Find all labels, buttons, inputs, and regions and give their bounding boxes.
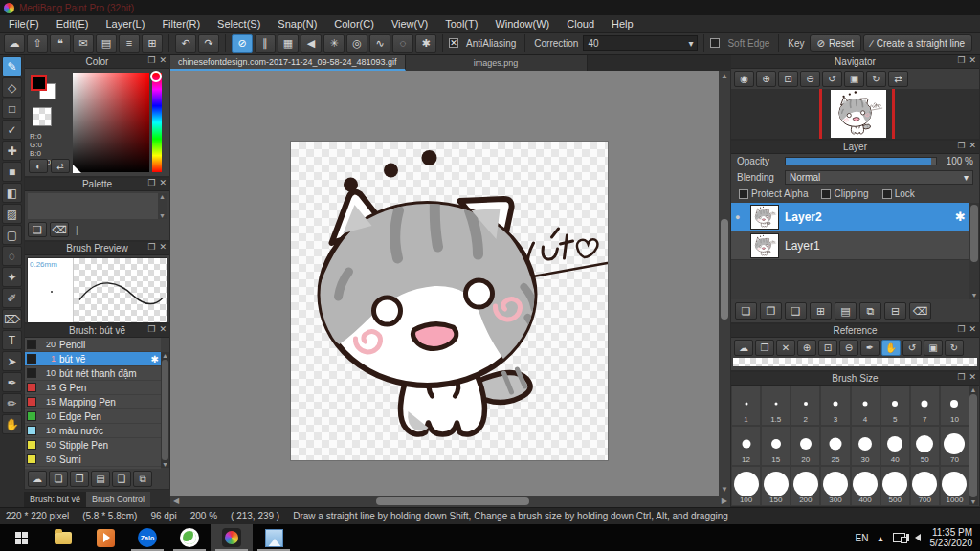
- brush-size-500[interactable]: 500: [880, 466, 910, 506]
- medibang-button[interactable]: [211, 524, 253, 551]
- soft-edge-checkbox[interactable]: [710, 38, 720, 48]
- file-explorer-button[interactable]: [42, 524, 84, 551]
- opacity-slider[interactable]: [785, 157, 937, 165]
- menu-help[interactable]: Help: [603, 18, 642, 30]
- zalo-button[interactable]: Zalo: [126, 524, 168, 551]
- close-icon[interactable]: ✕: [159, 242, 167, 252]
- reset-button[interactable]: ⊘ Reset: [810, 34, 862, 52]
- close-icon[interactable]: ✕: [159, 324, 167, 334]
- layer-duplicate-icon[interactable]: ⧉: [859, 302, 881, 320]
- vscroll-thumb[interactable]: [721, 219, 728, 320]
- grid-window-icon[interactable]: ⊞: [142, 34, 163, 53]
- checkbox-protect-alpha[interactable]: Protect Alpha: [739, 188, 808, 199]
- menu-snap-n[interactable]: Snap(N): [269, 18, 325, 30]
- select-eraser-tool[interactable]: ⌦: [2, 309, 22, 329]
- close-icon[interactable]: ✕: [159, 178, 167, 187]
- nav-zoom-in-icon[interactable]: ⊕: [756, 71, 776, 87]
- foreground-color-swatch[interactable]: [31, 75, 47, 91]
- checkbox-lock[interactable]: Lock: [882, 188, 915, 199]
- brush-folder-icon[interactable]: ❑: [112, 471, 131, 487]
- media-player-button[interactable]: [84, 524, 126, 551]
- fill-rect-tool[interactable]: ■: [2, 162, 22, 182]
- saturation-value-square[interactable]: [73, 73, 149, 172]
- layer-new-8bit-icon[interactable]: ❑: [785, 302, 807, 320]
- menu-select-s[interactable]: Select(S): [209, 18, 269, 30]
- redo-icon[interactable]: ↷: [198, 34, 219, 53]
- brush-cloud-icon[interactable]: ☁: [28, 471, 47, 487]
- create-straight-line-button[interactable]: ∕ Create a straight line: [863, 34, 972, 52]
- antialiasing-checkbox[interactable]: ✕: [449, 38, 458, 48]
- brush-size-15[interactable]: 15: [761, 426, 791, 466]
- ref-rotate-right-icon[interactable]: ↻: [945, 340, 964, 356]
- gradient-tool[interactable]: ▨: [2, 204, 22, 224]
- palette-list[interactable]: ▲▼: [28, 193, 167, 219]
- brush-new-icon[interactable]: ❏: [49, 471, 68, 487]
- brush-item-stipple-pen[interactable]: 50 Stipple Pen: [25, 438, 161, 452]
- comment-icon[interactable]: ❝: [50, 34, 71, 53]
- brush-size-1-5[interactable]: 1.5: [761, 386, 791, 426]
- brush-size-4[interactable]: 4: [851, 386, 880, 426]
- menu-cloud[interactable]: Cloud: [558, 18, 603, 30]
- brush-size-150[interactable]: 150: [761, 466, 791, 506]
- brush-item-m-u-n-c[interactable]: 10 màu nước: [25, 424, 161, 438]
- select-pen-tool[interactable]: ✐: [2, 288, 22, 308]
- ref-fit-icon[interactable]: ⊡: [818, 340, 837, 356]
- tray-expand-icon[interactable]: ▴: [878, 533, 882, 543]
- snap-parallel-icon[interactable]: ∥: [255, 34, 276, 53]
- snap-off-icon[interactable]: ⊘: [232, 34, 253, 53]
- document-tab[interactable]: images.png: [406, 55, 588, 71]
- brush-tool[interactable]: ✎: [2, 56, 22, 77]
- brush-size-25[interactable]: 25: [820, 426, 850, 466]
- control-point-tool[interactable]: ➤: [2, 351, 22, 371]
- eraser-tool[interactable]: ◇: [2, 77, 22, 98]
- transparent-color-swatch[interactable]: [33, 107, 52, 126]
- layer-row-layer2[interactable]: ● Layer2 ✱: [731, 203, 969, 231]
- gear-icon[interactable]: ✱: [955, 209, 966, 224]
- brush-size-1[interactable]: 1: [731, 386, 761, 426]
- snap-radial-icon[interactable]: ✳: [323, 34, 345, 53]
- ref-zoom-in-icon[interactable]: ⊕: [797, 340, 816, 356]
- vertical-scrollbar[interactable]: ▲ ▼: [719, 71, 730, 496]
- brush-size-700[interactable]: 700: [910, 466, 940, 506]
- menu-layer-l[interactable]: Layer(L): [97, 18, 153, 30]
- ref-hand-icon[interactable]: ✋: [881, 340, 901, 356]
- brush-size-70[interactable]: 70: [940, 426, 969, 466]
- popout-icon[interactable]: ❐: [147, 242, 155, 252]
- snap-settings-icon[interactable]: ✱: [415, 34, 436, 53]
- brush-item-sumi[interactable]: 50 Sumi: [25, 452, 161, 467]
- brush-size-2[interactable]: 2: [791, 386, 820, 426]
- layer-add-menu-icon[interactable]: ⊞: [810, 302, 832, 320]
- text-tool[interactable]: T: [2, 330, 22, 350]
- volume-icon[interactable]: [915, 534, 921, 541]
- list-settings-icon[interactable]: ≡: [119, 34, 140, 53]
- navigator-thumbnail[interactable]: [831, 90, 886, 138]
- hue-cursor[interactable]: [150, 71, 162, 82]
- menu-file-f[interactable]: File(F): [0, 18, 48, 30]
- hscroll-thumb[interactable]: [376, 497, 529, 505]
- popout-icon[interactable]: ❐: [147, 178, 155, 187]
- close-icon[interactable]: ✕: [969, 55, 976, 65]
- close-icon[interactable]: ✕: [969, 372, 976, 382]
- ref-eyedropper-icon[interactable]: ✒: [860, 340, 880, 356]
- snap-crosshatch-icon[interactable]: ▦: [278, 34, 299, 53]
- brush-size-40[interactable]: 40: [880, 426, 910, 466]
- hand-tool[interactable]: ✋: [2, 414, 22, 434]
- brush-size-30[interactable]: 30: [851, 426, 880, 466]
- popout-icon[interactable]: ❐: [957, 141, 965, 150]
- brush-item-g-pen[interactable]: 15 G Pen: [25, 381, 161, 395]
- menu-window-w[interactable]: Window(W): [486, 18, 558, 30]
- start-button[interactable]: [0, 524, 42, 551]
- brush-duplicate-icon[interactable]: ⧉: [133, 471, 152, 487]
- nav-rotate-reset-icon[interactable]: ▣: [844, 71, 864, 87]
- nav-rotate-right-icon[interactable]: ↻: [866, 71, 886, 87]
- layer-new-pixel-icon[interactable]: ❐: [760, 302, 782, 320]
- brush-item-b-t-v[interactable]: 1 bút vẽ ✱: [25, 352, 161, 366]
- message-icon[interactable]: ✉: [73, 34, 94, 53]
- bucket-tool[interactable]: ◧: [2, 183, 22, 203]
- visibility-icon[interactable]: ●: [735, 212, 745, 222]
- brush-size-10[interactable]: 10: [940, 386, 969, 426]
- coccoc-button[interactable]: [168, 524, 211, 551]
- snap-vanishing-point-icon[interactable]: ◀: [301, 34, 322, 53]
- nav-rotate-left-icon[interactable]: ↺: [822, 71, 842, 87]
- ref-cloud-icon[interactable]: ☁: [734, 340, 753, 356]
